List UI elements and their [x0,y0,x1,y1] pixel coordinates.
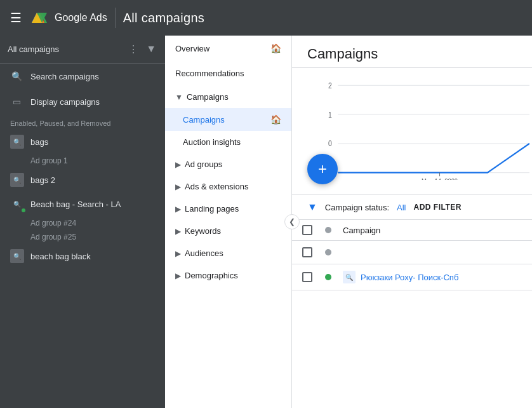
display-campaigns-label: Display campaigns [30,97,100,107]
table-row[interactable] [292,241,532,264]
sidebar-item-display-campaigns[interactable]: ▭ Display campaigns [0,89,165,114]
table-header: Campaign [292,220,532,241]
svg-text:May 14, 2020: May 14, 2020 [422,177,458,180]
nav-section-ad-groups[interactable]: ▶ Ad groups [165,153,291,175]
nav-sub-campaigns[interactable]: Campaigns 🏠 [165,108,291,131]
svg-text:2: 2 [328,81,332,90]
row1-checkbox[interactable] [302,247,312,257]
demographics-chevron-icon: ▶ [175,271,181,280]
sidebar-campaign-beach-bag-black[interactable]: 🔍 beach bag black [0,244,165,268]
main-header: Campaigns [292,36,532,68]
campaigns-sub-label: Campaigns [183,115,225,125]
landing-pages-label: Landing pages [185,204,239,214]
header-title: All campaigns [123,11,204,25]
row2-campaign-name[interactable]: 🔍 Рюкзаки Роху- Поиск-Спб [343,271,522,283]
nav-section-campaigns[interactable]: ▼ Campaigns [165,86,291,108]
sidebar-top-bar: All campaigns ⋮ ▼ [0,36,165,64]
overview-home-icon: 🏠 [270,43,281,53]
add-campaign-fab[interactable]: + [307,154,338,184]
campaign-chart: 2 1 0 May 14, 2020 [320,78,529,180]
main-layout: All campaigns ⋮ ▼ 🔍 Search campaigns ▭ D… [0,36,532,408]
campaigns-section-label: Campaigns [187,92,229,102]
bags-campaign-icon: 🔍 [10,135,24,149]
row1-checkbox-col [302,247,325,257]
header-divider [115,8,116,28]
add-filter-button[interactable]: ADD FILTER [413,203,461,212]
sidebar-expand-icon[interactable]: ▼ [145,42,157,57]
nav-collapse-button[interactable]: ❮ [284,214,300,229]
sidebar-more-icon[interactable]: ⋮ [127,42,140,57]
nav-item-recommendations[interactable]: Recommendations [165,61,291,86]
bags-adgroup-label: Ad group 1 [0,154,165,168]
row2-checkbox-col [302,272,325,282]
keywords-chevron-icon: ▶ [175,227,181,236]
ads-extensions-label: Ads & extensions [185,182,248,191]
sidebar-item-search-campaigns[interactable]: 🔍 Search campaigns [0,64,165,89]
hamburger-icon[interactable]: ☰ [10,10,22,25]
ads-chevron-icon: ▶ [175,182,181,191]
select-all-checkbox[interactable] [302,225,312,235]
ad-groups-chevron-icon: ▶ [175,160,181,169]
header-status-dot [325,227,331,233]
sidebar-all-campaigns-label: All campaigns [8,44,122,54]
nav-sub-auction-insights[interactable]: Auction insights [165,131,291,153]
table-row[interactable]: 🔍 Рюкзаки Роху- Поиск-Спб [292,264,532,290]
filter-status-value[interactable]: All [397,203,406,212]
row2-campaign-link[interactable]: Рюкзаки Роху- Поиск-Спб [361,273,458,282]
audiences-label: Audiences [185,248,223,258]
beach-bag-black-label: beach bag black [30,252,91,261]
audiences-chevron-icon: ▶ [175,249,181,258]
filter-bar: ▼ Campaign status: All ADD FILTER [292,195,532,220]
row1-status-col [325,249,343,255]
nav-item-overview[interactable]: Overview 🏠 [165,36,291,61]
beach-bag-black-icon: 🔍 [10,249,24,263]
filter-status-label: Campaign status: [325,203,389,212]
bags2-campaign-label: bags 2 [30,175,55,185]
search-campaigns-icon: 🔍 [10,70,23,83]
header-checkbox-col [302,225,325,235]
sidebar: All campaigns ⋮ ▼ 🔍 Search campaigns ▭ D… [0,36,165,408]
row2-status-dot [325,274,331,280]
nav-section-ads-extensions[interactable]: ▶ Ads & extensions [165,175,291,198]
beach-bag-campaign-icon: 🔍 [10,197,24,211]
sidebar-status-filter: Enabled, Paused, and Removed [0,114,165,130]
center-nav: Overview 🏠 Recommendations ▼ Campaigns C… [165,36,292,408]
overview-label: Overview [175,44,209,53]
nav-section-landing-pages[interactable]: ▶ Landing pages [165,198,291,220]
sidebar-campaign-beach-bag[interactable]: 🔍 Beach bag - Search - LA [0,192,165,216]
beach-bag-campaign-label: Beach bag - Search - LA [30,200,121,209]
campaigns-sub-home-icon: 🏠 [270,114,281,125]
row1-status-dot [325,249,331,255]
nav-section-demographics[interactable]: ▶ Demographics [165,264,291,287]
display-campaigns-icon: ▭ [10,95,23,108]
nav-section-audiences[interactable]: ▶ Audiences [165,242,291,264]
beach-bag-adgroup24: Ad group #24 [0,216,165,230]
fab-plus-icon: + [318,160,327,178]
campaigns-chevron-icon: ▼ [175,93,183,102]
sidebar-campaign-bags[interactable]: 🔍 bags [0,130,165,154]
logo-icon [29,8,50,28]
bags2-campaign-icon: 🔍 [10,173,24,187]
nav-section-keywords[interactable]: ▶ Keywords [165,220,291,242]
sidebar-top-bar-icons: ⋮ ▼ [127,42,157,57]
auction-insights-label: Auction insights [183,137,241,147]
keywords-label: Keywords [185,226,221,236]
page-title: Campaigns [307,46,517,62]
header-status-col [325,227,343,233]
campaign-type-icon: 🔍 [343,271,356,283]
search-campaigns-label: Search campaigns [30,72,99,81]
row2-checkbox[interactable] [302,272,312,282]
landing-chevron-icon: ▶ [175,205,181,214]
campaigns-table: Campaign [292,220,532,408]
filter-icon: ▼ [307,201,317,213]
svg-text:1: 1 [328,111,332,119]
top-header: ☰ Google Ads All campaigns [0,0,532,36]
header-campaign-col[interactable]: Campaign [343,226,522,235]
sidebar-campaign-bags2[interactable]: 🔍 bags 2 [0,168,165,192]
chart-area: 2 1 0 May 14, 2020 + [292,68,532,195]
main-content: Campaigns 2 1 0 May 14, 2020 [292,36,532,408]
bags-campaign-label: bags [30,137,48,147]
ad-groups-label: Ad groups [185,160,222,169]
demographics-label: Demographics [185,271,238,280]
row2-status-col [325,274,343,280]
